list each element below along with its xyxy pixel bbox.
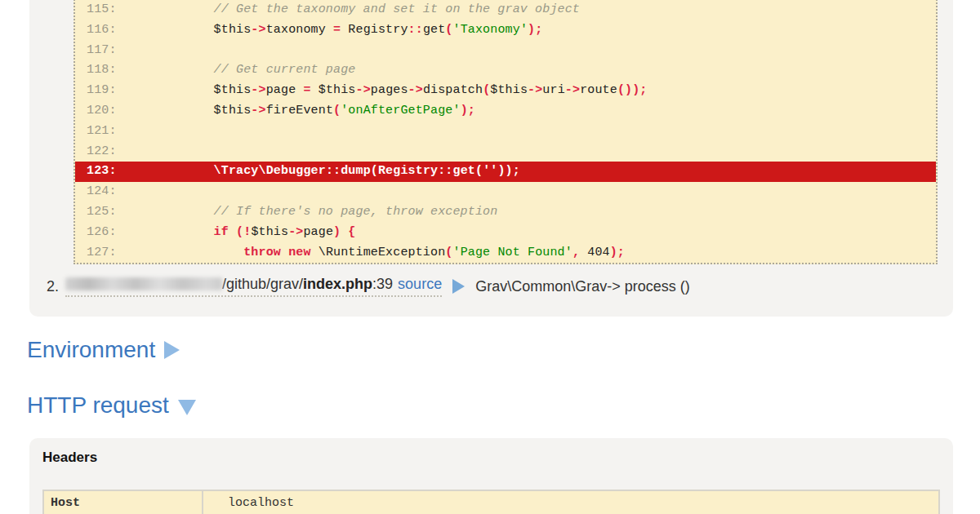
frame-line-number: :39: [372, 276, 393, 292]
code-block: 115: // Get the taxonomy and set it on t…: [74, 0, 938, 264]
frame-file-name: index.php: [303, 276, 372, 292]
code-line: 126: if (!$this->page) {: [75, 223, 936, 243]
call-stack-panel: 115: // Get the taxonomy and set it on t…: [29, 0, 953, 317]
headers-table: Hostlocalhost: [42, 490, 940, 514]
header-value-cell: localhost: [202, 490, 940, 514]
http-headers-panel: Headers Hostlocalhost: [29, 438, 953, 514]
frame-expand-icon[interactable]: [452, 279, 465, 294]
code-line: 124:: [75, 182, 936, 202]
frame-path-text: /github/grav/: [222, 276, 303, 292]
source-link[interactable]: source: [398, 276, 442, 292]
frame-file-path: /github/grav/index.php:39source: [65, 276, 442, 297]
code-line: 122:: [75, 142, 936, 162]
headers-title: Headers: [42, 450, 97, 466]
frame-call-signature: Grav\Common\Grav-> process (): [475, 278, 690, 295]
header-row: Hostlocalhost: [42, 490, 940, 514]
stack-frame-row: 2. /github/grav/index.php:39source Grav\…: [47, 276, 690, 297]
code-line: 115: // Get the taxonomy and set it on t…: [75, 0, 936, 20]
code-line: 121:: [75, 122, 936, 142]
code-line: 119: $this->page = $this->pages->dispatc…: [75, 81, 936, 101]
code-line: 117:: [75, 41, 936, 61]
section-toggle-http-request[interactable]: HTTP request: [27, 392, 196, 419]
code-line: 120: $this->fireEvent('onAfterGetPage');: [75, 101, 936, 122]
code-line: 116: $this->taxonomy = Registry::get('Ta…: [75, 20, 936, 41]
code-line: 127: throw new \RuntimeException('Page N…: [75, 243, 936, 264]
code-line: 125: // If there's no page, throw except…: [75, 202, 936, 223]
code-line: 118: // Get current page: [75, 60, 936, 81]
section-http-request-label: HTTP request: [27, 392, 169, 419]
blurred-path-segment: [65, 277, 222, 290]
code-line-highlighted: 123: \Tracy\Debugger::dump(Registry::get…: [75, 162, 936, 182]
chevron-down-icon: [178, 400, 196, 415]
debugger-page: 115: // Get the taxonomy and set it on t…: [0, 0, 980, 514]
section-toggle-environment[interactable]: Environment: [27, 337, 180, 363]
header-key-cell: Host: [42, 490, 203, 514]
section-environment-label: Environment: [27, 337, 155, 363]
frame-index: 2.: [47, 278, 59, 295]
chevron-right-icon: [164, 341, 180, 359]
